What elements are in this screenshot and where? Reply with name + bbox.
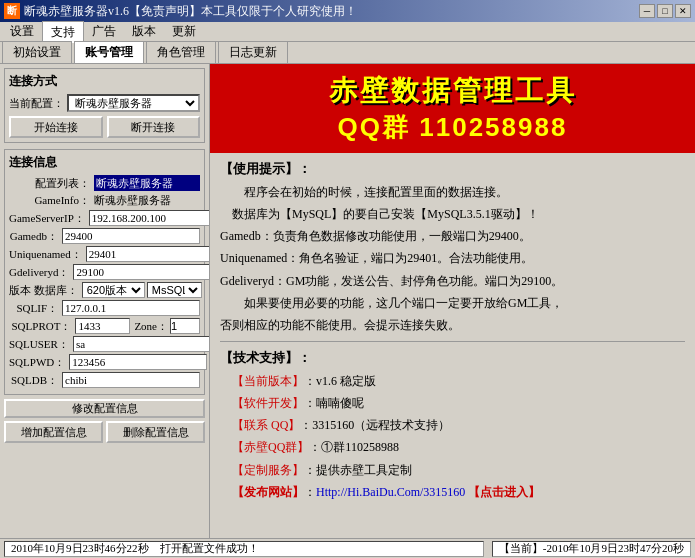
status-bar: 2010年10月9日23时46分22秒 打开配置文件成功！ 【当前】-2010年… bbox=[0, 538, 695, 558]
gamedb-label: Gamedb： bbox=[9, 229, 62, 244]
menu-support[interactable]: 支持 bbox=[42, 21, 84, 43]
db-type-select[interactable]: MsSQL库 bbox=[147, 282, 202, 298]
usage-line-11: 如果要使用必要的功能，这几个端口一定要开放给GM工具， bbox=[220, 294, 685, 313]
gameserverip-label: GameServerIP： bbox=[9, 211, 89, 226]
info-text-area: 【使用提示】： 程序会在初始的时候，连接配置里面的数据连接。 数据库为【MySQ… bbox=[210, 153, 695, 538]
gdeliveryd-input[interactable] bbox=[73, 264, 210, 280]
connect-btn-row: 开始连接 断开连接 bbox=[9, 116, 200, 138]
minimize-button[interactable]: ─ bbox=[639, 4, 655, 18]
gameinfo-row: GameInfo： 断魂赤壁服务器 bbox=[9, 193, 200, 208]
sqlpwd-input[interactable] bbox=[69, 354, 207, 370]
zone-label: Zone： bbox=[134, 319, 168, 334]
gameinfo-label: GameInfo： bbox=[9, 193, 94, 208]
status-right-text: 【当前】-2010年10月9日23时47分20秒 bbox=[499, 541, 684, 556]
sqlif-input[interactable] bbox=[62, 300, 200, 316]
main-content: 连接方式 当前配置： 断魂赤壁服务器 开始连接 断开连接 连接信息 配置列表： … bbox=[0, 64, 695, 538]
sqldb-label: SQLDB： bbox=[9, 373, 62, 388]
uniquenamed-input[interactable] bbox=[86, 246, 210, 262]
sqlprot-input[interactable] bbox=[75, 318, 130, 334]
tab-role-management[interactable]: 角色管理 bbox=[146, 41, 216, 63]
menu-bar: 设置 支持 广告 版本 更新 bbox=[0, 22, 695, 42]
config-list-row: 配置列表： bbox=[9, 175, 200, 191]
uniquenamed-row: Uniquenamed： bbox=[9, 246, 200, 262]
tab-initial-setup[interactable]: 初始设置 bbox=[2, 41, 72, 63]
tech-soft-dev: 【软件开发】：喃喃傻呢 bbox=[220, 394, 685, 413]
status-left: 2010年10月9日23时46分22秒 打开配置文件成功！ bbox=[4, 541, 484, 557]
title-controls: ─ □ ✕ bbox=[639, 4, 691, 18]
sqlif-row: SQLIF： bbox=[9, 300, 200, 316]
usage-line-7: Uniquenamed：角色名验证，端口为29401。合法功能使用。 bbox=[220, 249, 685, 268]
tab-account-management[interactable]: 账号管理 bbox=[74, 41, 144, 63]
close-button[interactable]: ✕ bbox=[675, 4, 691, 18]
tab-bar: 初始设置 账号管理 角色管理 日志更新 bbox=[0, 42, 695, 64]
zone-input[interactable] bbox=[170, 318, 200, 334]
right-panel: 赤壁数据管理工具 QQ群 110258988 【使用提示】： 程序会在初始的时候… bbox=[210, 64, 695, 538]
config-list-label: 配置列表： bbox=[9, 176, 94, 191]
gameserverip-input[interactable] bbox=[89, 210, 210, 226]
current-config-row: 当前配置： 断魂赤壁服务器 bbox=[9, 94, 200, 112]
connect-button[interactable]: 开始连接 bbox=[9, 116, 103, 138]
usage-line-12: 否则相应的功能不能使用。会提示连接失败。 bbox=[220, 316, 685, 335]
tech-support-heading: 【技术支持】： bbox=[220, 348, 685, 369]
sqldb-input[interactable] bbox=[62, 372, 200, 388]
sqldb-row: SQLDB： bbox=[9, 372, 200, 388]
connect-info-title: 连接信息 bbox=[9, 154, 200, 171]
tech-publish-site: 【发布网站】：Http://Hi.BaiDu.Com/3315160 【点击进入… bbox=[220, 483, 685, 502]
sqluser-row: SQLUSER： bbox=[9, 336, 200, 352]
banner-area: 赤壁数据管理工具 QQ群 110258988 bbox=[210, 64, 695, 153]
left-panel: 连接方式 当前配置： 断魂赤壁服务器 开始连接 断开连接 连接信息 配置列表： … bbox=[0, 64, 210, 538]
menu-update[interactable]: 更新 bbox=[164, 21, 204, 42]
config-list-input[interactable] bbox=[94, 175, 200, 191]
gamedb-input[interactable] bbox=[62, 228, 200, 244]
add-config-button[interactable]: 增加配置信息 bbox=[4, 421, 103, 443]
bottom-btns: 修改配置信息 增加配置信息 删除配置信息 bbox=[4, 399, 205, 443]
title-bar-left: 断 断魂赤壁服务器v1.6【免责声明】本工具仅限于个人研究使用！ bbox=[4, 3, 357, 20]
sqlprot-label: SQLPROT： bbox=[9, 319, 75, 334]
sqlpwd-row: SQLPWD： bbox=[9, 354, 200, 370]
disconnect-button[interactable]: 断开连接 bbox=[107, 116, 201, 138]
usage-line-9: Gdeliveryd：GM功能，发送公告、封停角色功能。端口为29100。 bbox=[220, 272, 685, 291]
sqlprot-row: SQLPROT： Zone： bbox=[9, 318, 200, 334]
banner-qq: QQ群 110258988 bbox=[222, 110, 683, 145]
gdeliveryd-label: Gdeliveryd： bbox=[9, 265, 73, 280]
usage-line-1: 程序会在初始的时候，连接配置里面的数据连接。 bbox=[220, 183, 685, 202]
sqluser-label: SQLUSER： bbox=[9, 337, 73, 352]
usage-line-3: 数据库为【MySQL】的要自己安装【MySQL3.5.1驱动】！ bbox=[220, 205, 685, 224]
current-config-label: 当前配置： bbox=[9, 96, 64, 111]
menu-settings[interactable]: 设置 bbox=[2, 21, 42, 42]
maximize-button[interactable]: □ bbox=[657, 4, 673, 18]
banner-title: 赤壁数据管理工具 bbox=[222, 72, 683, 110]
tab-log-update[interactable]: 日志更新 bbox=[218, 41, 288, 63]
version-select[interactable]: 620版本 bbox=[82, 282, 145, 298]
gameinfo-value: 断魂赤壁服务器 bbox=[94, 193, 200, 208]
connect-mode-title: 连接方式 bbox=[9, 73, 200, 90]
tech-current-version: 【当前版本】：v1.6 稳定版 bbox=[220, 372, 685, 391]
tech-chibi-qq: 【赤壁QQ群】：①群110258988 bbox=[220, 438, 685, 457]
sqlif-label: SQLIF： bbox=[9, 301, 62, 316]
tech-custom-service: 【定制服务】：提供赤壁工具定制 bbox=[220, 461, 685, 480]
sqluser-input[interactable] bbox=[73, 336, 210, 352]
version-label: 版本 数据库： bbox=[9, 283, 82, 298]
app-icon: 断 bbox=[4, 3, 20, 19]
gamedb-row: Gamedb： bbox=[9, 228, 200, 244]
status-right: 【当前】-2010年10月9日23时47分20秒 bbox=[492, 541, 691, 557]
uniquenamed-label: Uniquenamed： bbox=[9, 247, 86, 262]
version-row: 版本 数据库： 620版本 MsSQL库 bbox=[9, 282, 200, 298]
status-left-text: 2010年10月9日23时46分22秒 打开配置文件成功！ bbox=[11, 541, 259, 556]
connect-info-section: 连接信息 配置列表： GameInfo： 断魂赤壁服务器 GameServerI… bbox=[4, 149, 205, 395]
config-select[interactable]: 断魂赤壁服务器 bbox=[67, 94, 200, 112]
connect-mode-section: 连接方式 当前配置： 断魂赤壁服务器 开始连接 断开连接 bbox=[4, 68, 205, 143]
title-bar: 断 断魂赤壁服务器v1.6【免责声明】本工具仅限于个人研究使用！ ─ □ ✕ bbox=[0, 0, 695, 22]
sqlpwd-label: SQLPWD： bbox=[9, 355, 69, 370]
edit-config-button[interactable]: 修改配置信息 bbox=[4, 399, 205, 418]
menu-version[interactable]: 版本 bbox=[124, 21, 164, 42]
title-text: 断魂赤壁服务器v1.6【免责声明】本工具仅限于个人研究使用！ bbox=[24, 3, 357, 20]
usage-tips-heading: 【使用提示】： bbox=[220, 159, 685, 180]
usage-line-5: Gamedb：负责角色数据修改功能使用，一般端口为29400。 bbox=[220, 227, 685, 246]
gameserverip-row: GameServerIP： bbox=[9, 210, 200, 226]
gdeliveryd-row: Gdeliveryd： bbox=[9, 264, 200, 280]
delete-config-button[interactable]: 删除配置信息 bbox=[106, 421, 205, 443]
menu-ad[interactable]: 广告 bbox=[84, 21, 124, 42]
divider bbox=[220, 341, 685, 342]
tech-contact-qq: 【联系 QQ】：3315160（远程技术支持） bbox=[220, 416, 685, 435]
